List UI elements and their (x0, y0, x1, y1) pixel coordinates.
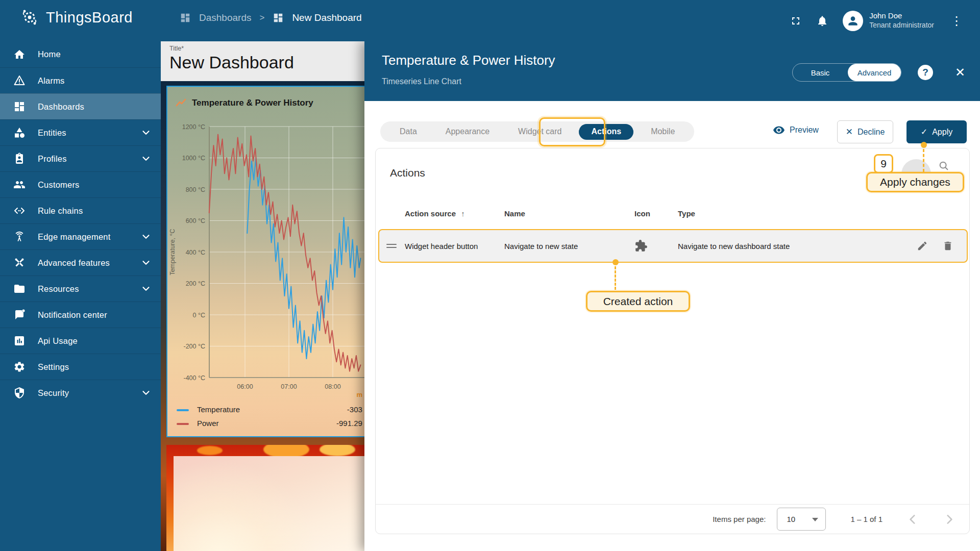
tab-appearance[interactable]: Appearance (431, 127, 504, 136)
dashboard-canvas: Temperature & Power History 1200 °C1000 … (161, 81, 364, 551)
column-icon: Icon (634, 209, 678, 218)
dashboard-title-field[interactable]: Title* New Dashboard (161, 41, 364, 81)
tab-data[interactable]: Data (385, 127, 431, 136)
sidebar-item-dashboards[interactable]: Dashboards (0, 93, 161, 119)
extension-puzzle-icon (634, 239, 678, 253)
sidebar-item-label: Security (38, 388, 69, 398)
sidebar-item-label: Resources (38, 284, 79, 294)
dialog-header: Temperature & Power History Timeseries L… (364, 41, 980, 101)
user-name: John Doe (869, 11, 934, 21)
entities-category-icon (13, 127, 26, 139)
widget-inner-card: Temperat (174, 456, 364, 551)
legend-latest-value: -303 ° (347, 405, 364, 414)
dialog-title: Temperature & Power History (382, 53, 555, 68)
temperature-card-widget[interactable]: Temperat (166, 445, 364, 551)
svg-text:0 °C: 0 °C (193, 312, 205, 319)
drag-handle-icon[interactable] (386, 242, 397, 250)
decline-button[interactable]: ✕ Decline (837, 120, 893, 143)
apply-button[interactable]: ✓ Apply (906, 120, 967, 143)
title-field-value[interactable]: New Dashboard (169, 53, 364, 72)
chevron-down-icon (140, 153, 152, 164)
sidebar-item-rule-chains[interactable]: Rule chains (0, 197, 161, 223)
sidebar-item-label: Settings (38, 362, 69, 372)
dialog-subtitle: Timeseries Line Chart (382, 77, 461, 86)
user-role: Tenant administrator (869, 21, 934, 30)
column-name[interactable]: Name (504, 209, 634, 218)
sidebar-item-settings[interactable]: Settings (0, 354, 161, 380)
x-icon: ✕ (846, 127, 853, 137)
page-size-value: 10 (787, 515, 795, 523)
sidebar-item-security[interactable]: Security (0, 380, 161, 406)
legend-label: Power (197, 419, 219, 428)
search-icon[interactable] (938, 160, 949, 171)
tab-actions[interactable]: Actions (579, 124, 633, 140)
sidebar-item-resources[interactable]: Resources (0, 276, 161, 302)
actions-card: Actions Action source ↑ Name Icon Type W… (375, 148, 970, 534)
svg-text:600 °C: 600 °C (186, 217, 205, 224)
legend-latest-value: -991.29 ° (336, 419, 364, 428)
tab-mobile[interactable]: Mobile (636, 127, 689, 136)
annotation-apply-changes: Apply changes (866, 172, 964, 192)
tab-widget-card[interactable]: Widget card (504, 127, 576, 136)
sidebar-item-edge-management[interactable]: Edge management (0, 223, 161, 249)
kebab-menu-icon[interactable]: ⋮ (948, 15, 965, 27)
sidebar-item-label: Home (38, 49, 61, 59)
logo-text: ThingsBoard (46, 9, 133, 26)
profiles-badge-icon (13, 153, 26, 165)
dashboard-editor-panel: Title* New Dashboard Temperature & Power… (161, 41, 364, 551)
dashboards-icon (13, 101, 26, 113)
actions-table-header: Action source ↑ Name Icon Type (378, 203, 968, 224)
sidebar-item-entities[interactable]: Entities (0, 119, 161, 145)
line-chart-icon (176, 98, 187, 108)
sidebar-item-advanced-features[interactable]: Advanced features (0, 249, 161, 276)
sidebar-item-profiles[interactable]: Profiles (0, 145, 161, 171)
sidebar-item-customers[interactable]: Customers (0, 171, 161, 197)
previous-page-icon[interactable] (906, 513, 919, 526)
timeseries-chart-widget[interactable]: Temperature & Power History 1200 °C1000 … (166, 86, 364, 437)
user-menu[interactable]: John Doe Tenant administrator (843, 11, 934, 31)
widget-title: Temperature & Power History (192, 98, 313, 108)
customers-people-icon (13, 179, 26, 191)
dropdown-arrow-icon (812, 518, 818, 521)
sidebar-item-label: Notification center (38, 310, 107, 320)
action-table-row[interactable]: Widget header button Navigate to new sta… (378, 229, 968, 263)
toggle-basic[interactable]: Basic (793, 68, 848, 77)
help-button[interactable]: ? (918, 65, 933, 80)
chevron-down-icon (140, 283, 152, 294)
legend-item-temperature[interactable]: Temperature -303 ° (167, 403, 364, 417)
chevron-down-icon (140, 231, 152, 242)
sidebar-item-alarms[interactable]: Alarms (0, 67, 161, 93)
sidebar-item-label: Profiles (38, 154, 67, 164)
annotation-dot (612, 259, 619, 265)
toggle-advanced[interactable]: Advanced (848, 64, 901, 81)
column-action-source[interactable]: Action source ↑ (405, 209, 504, 218)
sidebar-item-api-usage[interactable]: Api Usage (0, 328, 161, 354)
svg-text:08:00: 08:00 (325, 383, 340, 390)
edit-pencil-icon[interactable] (917, 240, 928, 252)
legend-item-power[interactable]: Power -991.29 ° (167, 417, 364, 431)
sidebar-item-label: Api Usage (38, 336, 78, 346)
notification-bubble-icon (13, 309, 26, 321)
svg-text:Temperature, °C: Temperature, °C (169, 229, 176, 275)
next-page-icon[interactable] (943, 513, 956, 526)
gear-icon (13, 361, 26, 373)
svg-text:1200 °C: 1200 °C (182, 123, 205, 131)
sidebar-item-notification-center[interactable]: Notification center (0, 302, 161, 328)
sidebar-item-home[interactable]: Home (0, 41, 161, 67)
close-icon[interactable]: ✕ (952, 65, 968, 80)
fullscreen-icon[interactable] (790, 15, 802, 27)
thingsboard-logo[interactable]: ThingsBoard (19, 7, 133, 28)
temperature-swatch (177, 409, 189, 411)
notifications-bell-icon[interactable] (816, 15, 828, 27)
breadcrumb-dashboards[interactable]: Dashboards (199, 12, 251, 23)
sidebar: Home Alarms Dashboards Entities Profiles… (0, 41, 161, 551)
page-range-label: 1 – 1 of 1 (850, 515, 883, 523)
check-icon: ✓ (921, 127, 927, 137)
paginator: Items per page: 10 1 – 1 of 1 (376, 504, 969, 534)
sidebar-item-label: Entities (38, 128, 66, 138)
dialog-tabs: Data Appearance Widget card Actions Mobi… (380, 121, 694, 142)
delete-trash-icon[interactable] (942, 240, 953, 252)
annotation-step-number: 9 (874, 154, 893, 173)
preview-button[interactable]: Preview (773, 124, 819, 136)
page-size-select[interactable]: 10 (777, 508, 826, 531)
